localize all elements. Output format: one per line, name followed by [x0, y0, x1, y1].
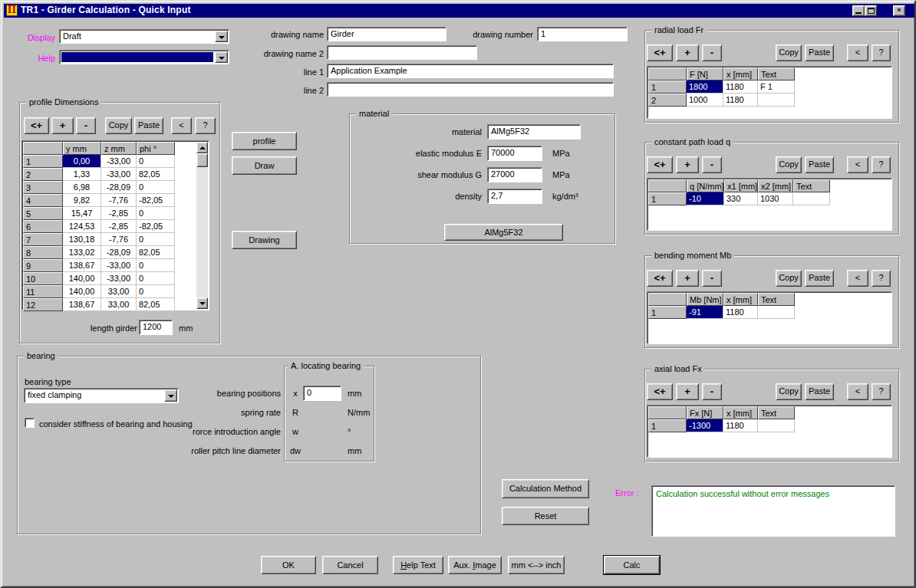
profile-button[interactable]: profile [232, 132, 297, 150]
table-cell[interactable]: -33,00 [101, 168, 137, 181]
help-button[interactable]: ? [872, 270, 891, 287]
row-header[interactable]: 8 [23, 246, 63, 259]
footer-button-cancel[interactable]: Cancel [322, 556, 378, 574]
footer-button-help-text[interactable]: Help Text [393, 556, 443, 574]
row-header[interactable]: 2 [23, 168, 63, 181]
add-row-button[interactable]: + [676, 383, 699, 400]
copy-button[interactable]: Copy [776, 156, 802, 173]
table-cell[interactable]: 33,00 [101, 298, 137, 311]
table-cell[interactable]: -91 [687, 306, 723, 319]
table-cell[interactable] [758, 306, 795, 319]
table-cell[interactable]: -10 [687, 192, 724, 205]
table-cell[interactable]: -28,09 [101, 246, 137, 259]
row-header[interactable]: 4 [23, 194, 63, 207]
paste-button[interactable]: Paste [805, 44, 834, 61]
row-header[interactable]: 1 [648, 419, 687, 432]
table-cell[interactable]: 1800 [687, 80, 723, 94]
table-cell[interactable]: 130,18 [63, 233, 101, 246]
drawing-number-input[interactable]: 1 [537, 27, 628, 41]
remove-row-button[interactable]: - [702, 383, 722, 400]
row-header[interactable]: 6 [23, 220, 63, 233]
footer-button-aux-image[interactable]: Aux. Image [448, 556, 502, 574]
minimize-button[interactable] [852, 5, 865, 16]
maximize-button[interactable] [865, 5, 877, 16]
table-cell[interactable]: 124,53 [63, 220, 101, 233]
help-button[interactable]: ? [872, 156, 891, 173]
table-cell[interactable]: 0 [137, 233, 175, 246]
table-cell[interactable]: 0 [137, 207, 175, 220]
material-input[interactable]: AlMg5F32 [487, 124, 581, 140]
row-header[interactable]: 9 [23, 259, 63, 272]
footer-button-mm-inch[interactable]: mm <--> inch [508, 556, 565, 574]
paste-button[interactable]: Paste [805, 156, 834, 173]
table-cell[interactable]: 140,00 [63, 272, 101, 285]
back-button[interactable]: < [171, 117, 192, 134]
add-row-button[interactable]: + [676, 44, 699, 61]
bearing-position-x-input[interactable]: 0 [303, 386, 341, 401]
paste-button[interactable]: Paste [805, 270, 834, 287]
table-cell[interactable]: 133,02 [63, 246, 101, 259]
table-cell[interactable]: -28,09 [101, 181, 137, 194]
table-cell[interactable] [793, 192, 830, 205]
paste-button[interactable]: Paste [805, 383, 834, 400]
table-cell[interactable]: 0,00 [63, 155, 101, 168]
table-cell[interactable]: -33,00 [101, 155, 137, 168]
remove-row-button[interactable]: - [76, 117, 96, 134]
table-cell[interactable]: 0 [137, 181, 175, 194]
table-cell[interactable]: 33,00 [101, 285, 137, 298]
table-cell[interactable]: -2,85 [101, 220, 137, 233]
paste-button[interactable]: Paste [134, 117, 163, 134]
back-button[interactable]: < [847, 156, 868, 173]
table-cell[interactable]: 1180 [723, 80, 758, 94]
row-header[interactable]: 7 [23, 233, 63, 246]
table-cell[interactable]: 138,67 [63, 298, 101, 311]
table-cell[interactable]: 0 [137, 155, 175, 168]
density-input[interactable]: 2,7 [487, 189, 542, 204]
help-button[interactable]: ? [872, 383, 891, 400]
copy-button[interactable]: Copy [776, 383, 802, 400]
insert-row-button[interactable]: <+ [24, 117, 49, 134]
table-cell[interactable]: -82,05 [137, 194, 175, 207]
profile-table-scrollbar[interactable] [196, 142, 208, 309]
table-cell[interactable]: -7,76 [101, 233, 137, 246]
row-header[interactable]: 1 [648, 306, 687, 319]
shear-modulus-input[interactable]: 27000 [487, 167, 542, 182]
table-cell[interactable]: 82,05 [137, 298, 175, 311]
table-cell[interactable]: 9,82 [63, 194, 101, 207]
row-header[interactable]: 12 [23, 298, 63, 311]
table-cell[interactable]: 15,47 [63, 207, 101, 220]
add-row-button[interactable]: + [676, 270, 699, 287]
remove-row-button[interactable]: - [702, 44, 722, 61]
scrollbar-thumb[interactable] [196, 153, 208, 167]
row-header[interactable]: 1 [648, 192, 687, 205]
remove-row-button[interactable]: - [702, 270, 722, 287]
table-cell[interactable]: -33,00 [101, 259, 137, 272]
row-header[interactable]: 3 [23, 181, 63, 194]
table-cell[interactable]: -2,85 [101, 207, 137, 220]
add-row-button[interactable]: + [676, 156, 699, 173]
copy-button[interactable]: Copy [776, 270, 802, 287]
close-button[interactable]: × [893, 5, 905, 16]
table-cell[interactable]: -1300 [687, 419, 723, 432]
calculation-method-button[interactable]: Calculation Method [502, 479, 589, 498]
footer-button-ok[interactable]: OK [261, 556, 316, 574]
table-cell[interactable]: 82,05 [137, 246, 175, 259]
help-button[interactable]: ? [872, 44, 891, 61]
table-cell[interactable]: 1000 [687, 94, 723, 107]
drawing-button[interactable]: Drawing [232, 231, 297, 249]
remove-row-button[interactable]: - [702, 156, 722, 173]
add-row-button[interactable]: + [51, 117, 74, 134]
table-cell[interactable]: 330 [724, 192, 758, 205]
scroll-up-button[interactable] [196, 142, 208, 153]
table-cell[interactable]: 1,33 [63, 168, 101, 181]
table-cell[interactable]: 82,05 [137, 168, 175, 181]
row-header[interactable]: 1 [23, 155, 63, 168]
footer-button-calc[interactable]: Calc [604, 556, 660, 574]
drawing-name-input[interactable]: Girder [327, 27, 446, 41]
table-cell[interactable]: 0 [137, 285, 175, 298]
table-cell[interactable]: 1030 [758, 192, 793, 205]
help-button[interactable]: ? [195, 117, 216, 134]
table-cell[interactable]: 0 [137, 259, 175, 272]
table-cell[interactable]: -33,00 [101, 272, 137, 285]
copy-button[interactable]: Copy [776, 44, 802, 61]
